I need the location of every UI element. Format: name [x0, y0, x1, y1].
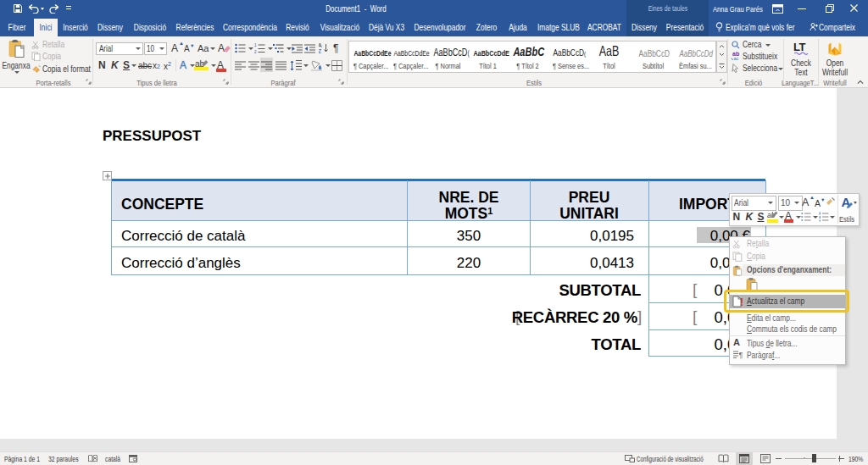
svg-text:¶: ¶: [739, 351, 743, 359]
svg-text:ac: ac: [734, 56, 739, 61]
svg-text:2: 2: [254, 50, 257, 54]
svg-text:A: A: [319, 42, 322, 48]
svg-text:1: 1: [254, 43, 257, 47]
svg-text:Z: Z: [319, 48, 322, 53]
